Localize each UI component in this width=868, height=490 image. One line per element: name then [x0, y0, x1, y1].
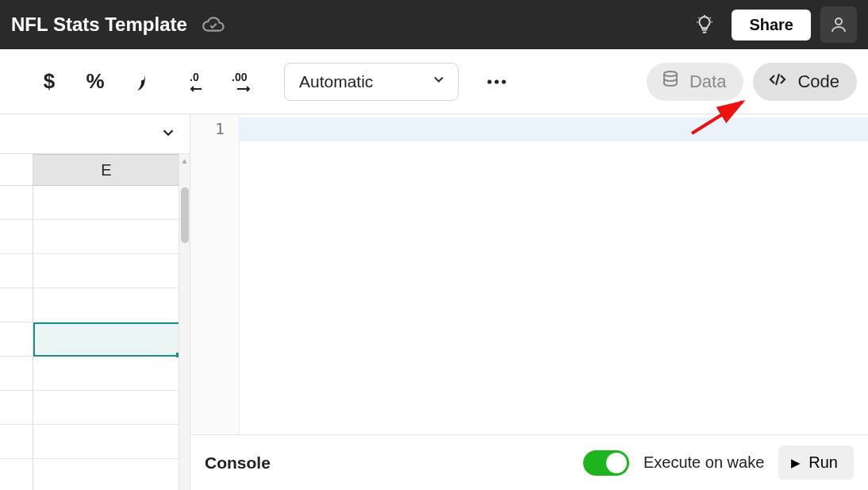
- svg-point-3: [487, 79, 491, 83]
- grid-area: E: [0, 154, 190, 490]
- increase-decimal-icon[interactable]: .00: [227, 64, 262, 99]
- row-header[interactable]: [0, 425, 33, 459]
- console-label[interactable]: Console: [205, 453, 271, 473]
- decrease-decimal-icon[interactable]: .0: [181, 64, 216, 99]
- currency-format-icon[interactable]: $: [32, 64, 67, 99]
- code-editor[interactable]: 1: [190, 114, 868, 434]
- toolbar-overflow-icon[interactable]: [479, 64, 514, 99]
- svg-point-4: [494, 79, 498, 83]
- cell[interactable]: [33, 186, 180, 220]
- spreadsheet-panel: E ▲: [0, 114, 190, 490]
- number-format-value: Automatic: [299, 72, 373, 91]
- scroll-thumb[interactable]: [181, 187, 189, 243]
- row-header[interactable]: [0, 254, 33, 288]
- cell[interactable]: [33, 391, 180, 425]
- row-header-corner[interactable]: [0, 154, 33, 186]
- chevron-down-icon: [431, 71, 447, 91]
- row-header[interactable]: [0, 220, 33, 254]
- tips-icon[interactable]: [689, 9, 720, 41]
- main-split: E ▲ 1 Console: [0, 114, 868, 490]
- svg-point-0: [835, 18, 842, 25]
- formula-bar[interactable]: [0, 114, 190, 154]
- grid-rows: [0, 186, 190, 490]
- play-icon: ▶: [791, 456, 801, 470]
- row-header[interactable]: [0, 459, 33, 490]
- cell[interactable]: [33, 357, 180, 391]
- cloud-sync-icon[interactable]: [202, 13, 225, 37]
- toggle-knob: [606, 453, 627, 473]
- row-header[interactable]: [0, 186, 33, 220]
- share-button[interactable]: Share: [732, 10, 811, 41]
- cell[interactable]: [33, 220, 180, 254]
- code-panel: 1 Console Execute on wake ▶ Run: [190, 114, 868, 490]
- data-tab-button[interactable]: Data: [647, 63, 743, 101]
- execute-on-wake-label: Execute on wake: [643, 453, 764, 472]
- column-header[interactable]: E: [33, 154, 180, 186]
- row-header[interactable]: [0, 357, 33, 391]
- execute-on-wake-toggle[interactable]: [583, 450, 629, 476]
- app-header: NFL Stats Template Share: [0, 0, 868, 49]
- svg-point-6: [664, 71, 677, 76]
- cell[interactable]: [33, 254, 180, 288]
- chevron-down-icon[interactable]: [159, 124, 177, 145]
- code-text-area[interactable]: [240, 114, 868, 434]
- cell[interactable]: [33, 459, 180, 490]
- cell-selected[interactable]: [33, 322, 180, 357]
- svg-text:.0: .0: [190, 71, 199, 83]
- cell[interactable]: [33, 288, 180, 322]
- row-header[interactable]: [0, 322, 33, 357]
- cell[interactable]: [33, 425, 180, 459]
- document-title[interactable]: NFL Stats Template: [11, 14, 187, 36]
- number-format-select[interactable]: Automatic: [284, 63, 459, 101]
- code-tab-label: Code: [797, 71, 839, 92]
- svg-point-5: [501, 79, 505, 83]
- scroll-up-icon[interactable]: ▲: [179, 154, 190, 167]
- toolbar: $ % .0 .00 Automatic: [0, 49, 868, 114]
- code-icon: [767, 70, 788, 94]
- user-menu-button[interactable]: [820, 6, 857, 43]
- percent-format-icon[interactable]: %: [78, 64, 113, 99]
- vertical-scrollbar[interactable]: ▲: [179, 154, 190, 490]
- gutter-line-number: 1: [190, 114, 240, 434]
- code-tab-button[interactable]: Code: [753, 63, 857, 101]
- svg-text:.00: .00: [232, 71, 248, 83]
- run-label: Run: [808, 453, 838, 472]
- comma-format-icon[interactable]: [124, 64, 159, 99]
- database-icon: [661, 70, 680, 94]
- console-bar: Console Execute on wake ▶ Run: [190, 434, 868, 490]
- data-tab-label: Data: [689, 71, 726, 92]
- row-header[interactable]: [0, 391, 33, 425]
- run-button[interactable]: ▶ Run: [778, 446, 854, 480]
- row-header[interactable]: [0, 288, 33, 322]
